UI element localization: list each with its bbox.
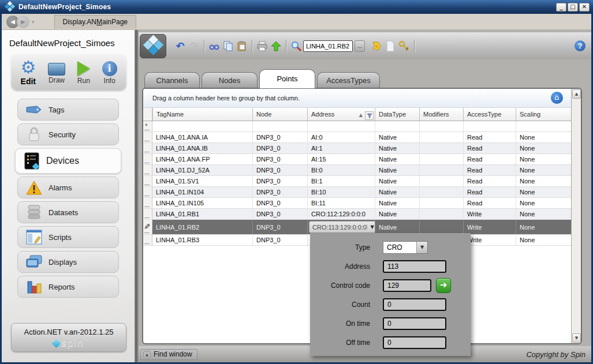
monitor-icon — [48, 63, 65, 76]
database-icon — [25, 204, 43, 221]
browse-button[interactable]: ... — [355, 40, 365, 52]
control-code-field[interactable] — [383, 279, 431, 292]
page-tab-displays-anmainpage[interactable]: Display.ANMainPage — [54, 15, 137, 29]
column-header-scaling[interactable]: Scaling — [516, 108, 571, 121]
add-tag-icon — [371, 40, 382, 52]
address-combobox[interactable]: CRO:113:129:0:0:0 ▼ — [309, 221, 375, 233]
cell-accesstype: Read — [463, 143, 516, 153]
home-icon[interactable]: ⌂ — [551, 92, 563, 104]
security-keys-button[interactable] — [397, 39, 411, 53]
cell-datatype: Native — [375, 220, 419, 234]
tab-points[interactable]: Points — [259, 69, 315, 88]
cell-modifiers — [419, 209, 463, 219]
navigation-bar: ◀ ▶ ▾ Display.ANMainPage — [2, 14, 591, 30]
column-header-datatype[interactable]: DataType — [375, 108, 419, 121]
table-row[interactable]: LINHA_01.ANA.FP DNP3_0 AI:15 Native Read… — [143, 154, 571, 165]
new-row[interactable]: * — [143, 121, 571, 132]
cell-accesstype: Write — [463, 209, 516, 219]
sidebar-item-reports[interactable]: Reports — [17, 276, 119, 298]
cell-tagname: LINHA_01.ANA.FP — [152, 154, 252, 164]
print-button[interactable] — [255, 39, 269, 53]
group-by-band[interactable]: Drag a column header here to group by th… — [143, 89, 571, 108]
table-row[interactable]: LINHA_01.RB1 DNP3_0 CRO:112:129:0:0:0 Na… — [143, 209, 571, 220]
copy-button[interactable] — [221, 39, 235, 53]
filter-icon[interactable] — [365, 111, 374, 120]
vertical-scrollbar[interactable]: ▲ ▼ — [571, 89, 581, 343]
table-row[interactable]: LINHA_01.ANA.IA DNP3_0 AI:0 Native Read … — [143, 132, 571, 143]
paste-button[interactable] — [235, 39, 249, 53]
redo-button[interactable]: ↷ — [187, 39, 201, 53]
column-header-modifiers[interactable]: Modifiers — [419, 108, 463, 121]
new-document-button[interactable] — [383, 39, 397, 53]
sidebar-item-security[interactable]: Security — [17, 123, 119, 145]
column-header-address[interactable]: Address ▲ — [307, 108, 375, 121]
apply-button[interactable]: ➜ — [436, 278, 451, 293]
cell-datatype: Native — [375, 187, 419, 197]
cell-datatype: Native — [375, 143, 419, 153]
type-label: Type — [310, 243, 383, 252]
find-button[interactable] — [207, 39, 221, 53]
column-header-tagname[interactable]: TagName — [152, 108, 252, 121]
cell-accesstype: Write — [463, 220, 516, 234]
forward-button[interactable]: ▶ — [17, 16, 29, 28]
sidebar-item-scripts[interactable]: Scripts — [17, 226, 119, 248]
draw-mode-button[interactable]: Draw — [48, 61, 65, 84]
cell-node: DNP3_0 — [252, 187, 307, 197]
tab-channels[interactable]: Channels — [144, 72, 200, 88]
sidebar-item-datasets[interactable]: Datasets — [17, 201, 119, 223]
help-button[interactable]: ? — [575, 40, 585, 51]
sidebar-item-displays[interactable]: Displays — [17, 251, 119, 273]
cell-modifiers — [419, 198, 463, 208]
table-row[interactable]: LINHA_01.ANA.IB DNP3_0 AI:1 Native Read … — [143, 143, 571, 154]
tab-nodes[interactable]: Nodes — [202, 72, 258, 88]
script-window-icon — [25, 228, 43, 246]
off-time-field[interactable] — [383, 336, 446, 349]
tab-accesstypes[interactable]: AccessTypes — [317, 72, 380, 88]
cell-node: DNP3_0 — [252, 220, 307, 234]
toolbar-separator — [414, 40, 415, 52]
cell-accesstype: Read — [463, 176, 516, 186]
minimize-button[interactable]: _ — [556, 3, 566, 12]
new-row-icon: * — [145, 122, 148, 130]
maximize-button[interactable]: □ — [568, 3, 578, 12]
scroll-up-icon[interactable]: ▲ — [572, 89, 581, 99]
sidebar-item-devices[interactable]: Devices — [15, 148, 121, 174]
tag-filter-input[interactable] — [303, 40, 353, 52]
cell-scaling: None — [516, 132, 571, 142]
edit-mode-button[interactable]: ⚙ Edit — [20, 59, 36, 86]
find-window-button[interactable]: ▲ Find window — [140, 349, 197, 360]
sort-ascending-icon: ▲ — [359, 112, 363, 121]
on-time-label: On time — [310, 320, 383, 328]
column-header-accesstype[interactable]: AccessType — [463, 108, 516, 121]
row-indicator — [143, 143, 152, 153]
count-field[interactable] — [383, 298, 446, 311]
toolbar-separator — [286, 40, 286, 52]
close-button[interactable]: ✕ — [579, 3, 590, 12]
run-mode-button[interactable]: Run — [77, 59, 90, 85]
cell-tagname: LINHA_01.IN104 — [152, 187, 252, 197]
type-combobox[interactable]: CRO ▼ — [383, 241, 428, 254]
chevron-down-icon[interactable]: ▼ — [416, 242, 427, 253]
sidebar-item-alarms[interactable]: Alarms — [17, 177, 119, 198]
table-row[interactable]: LINHA_01.DJ_52A DNP3_0 BI:0 Native Read … — [143, 165, 571, 176]
address-field[interactable] — [383, 260, 446, 273]
splitter[interactable] — [135, 30, 139, 362]
table-row[interactable]: LINHA_01.SV1 DNP3_0 BI:1 Native Read Non… — [143, 176, 571, 187]
copy-icon — [222, 40, 234, 52]
add-tag-button[interactable] — [370, 39, 383, 53]
info-mode-button[interactable]: i Info — [102, 59, 117, 85]
table-row[interactable]: LINHA_01.IN105 DNP3_0 BI:11 Native Read … — [143, 198, 571, 209]
undo-button[interactable]: ↶ — [173, 39, 187, 53]
app-logo-button[interactable] — [140, 34, 166, 58]
sidebar-item-tags[interactable]: Tags — [17, 99, 119, 121]
scroll-down-icon[interactable]: ▼ — [572, 333, 581, 343]
table-row[interactable]: LINHA_01.IN104 DNP3_0 BI:10 Native Read … — [143, 187, 571, 198]
cell-datatype: Native — [375, 198, 419, 208]
chevron-down-icon[interactable]: ▼ — [367, 224, 375, 230]
history-dropdown-icon[interactable]: ▾ — [32, 19, 35, 25]
search-button[interactable] — [289, 39, 303, 53]
column-header-node[interactable]: Node — [252, 108, 307, 121]
export-button[interactable] — [269, 39, 283, 53]
on-time-field[interactable] — [383, 317, 446, 330]
cell-modifiers — [419, 220, 463, 234]
